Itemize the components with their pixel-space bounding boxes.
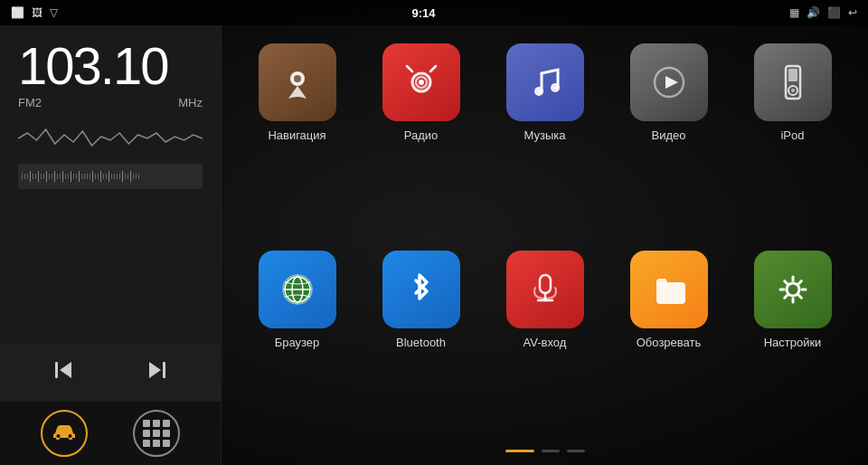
svg-marker-14: [665, 76, 678, 89]
app-radio[interactable]: Радио: [363, 43, 478, 236]
radio-icon: [382, 43, 460, 121]
right-panel: Навигация Радио: [222, 25, 868, 465]
settings-label: Настройки: [764, 336, 822, 349]
nav-icon-status: ▽: [50, 6, 58, 19]
app-video[interactable]: Видео: [611, 43, 726, 236]
svg-marker-3: [149, 362, 161, 378]
radio-seek-bar[interactable]: [18, 164, 203, 189]
page-dot-1[interactable]: [505, 450, 534, 452]
ipod-label: iPod: [780, 128, 804, 142]
time-display: 9:14: [411, 6, 435, 20]
svg-rect-28: [540, 275, 551, 293]
status-bar: ⬜ 🖼 ▽ 9:14 ▦ 🔊 ⬛ ↩: [0, 0, 868, 25]
bluetooth-icon: [382, 251, 460, 328]
svg-point-4: [57, 434, 61, 438]
svg-rect-2: [163, 362, 165, 378]
svg-point-18: [791, 89, 795, 92]
signal-icon: ▦: [789, 6, 799, 19]
radio-frequency: 103.10: [18, 40, 203, 92]
radio-display: 103.10 FM2 MHz: [0, 25, 221, 343]
radio-label: Радио: [404, 128, 439, 142]
app-av[interactable]: AV-вход: [487, 251, 602, 443]
browser-label: Браузер: [275, 336, 320, 349]
bluetooth-label: Bluetooth: [396, 336, 446, 349]
settings-icon: [754, 251, 832, 328]
app-explorer[interactable]: Обозревать: [611, 251, 726, 443]
back-icon: ↩: [848, 6, 857, 19]
music-label: Музыка: [524, 128, 566, 142]
app-browser[interactable]: Браузер: [240, 251, 354, 443]
apps-grid: Навигация Радио: [240, 43, 850, 442]
svg-point-11: [534, 87, 543, 96]
status-center: 9:14: [411, 6, 435, 20]
radio-info: FM2 MHz: [18, 96, 203, 109]
video-label: Видео: [652, 128, 686, 142]
av-label: AV-вход: [524, 336, 567, 349]
window-icon: ⬜: [11, 6, 24, 19]
page-indicator: [240, 442, 850, 456]
app-navigation[interactable]: Навигация: [240, 43, 354, 236]
radio-unit: MHz: [178, 96, 203, 109]
browser-icon: [259, 251, 336, 328]
ipod-icon: [754, 43, 832, 121]
status-right-icons: ▦ 🔊 ⬛ ↩: [789, 6, 857, 19]
radio-waveform: [18, 120, 203, 157]
left-panel: 103.10 FM2 MHz: [0, 25, 222, 465]
image-icon: 🖼: [32, 6, 42, 19]
main-content: 103.10 FM2 MHz: [0, 25, 868, 465]
app-bluetooth[interactable]: Bluetooth: [363, 251, 478, 443]
music-icon: [506, 43, 584, 121]
app-settings[interactable]: Настройки: [735, 251, 850, 443]
prev-button[interactable]: [44, 350, 84, 394]
svg-rect-0: [55, 362, 58, 378]
radio-controls: [0, 343, 221, 402]
next-button[interactable]: [137, 350, 176, 394]
bottom-buttons: [0, 402, 221, 465]
explorer-label: Обозревать: [637, 336, 702, 349]
svg-point-5: [69, 434, 72, 438]
radio-band: FM2: [18, 96, 42, 109]
app-music[interactable]: Музыка: [487, 43, 602, 236]
apps-grid-icon: [143, 420, 170, 447]
page-dot-3[interactable]: [567, 450, 585, 452]
svg-point-31: [787, 283, 799, 296]
app-ipod[interactable]: iPod: [735, 43, 850, 236]
video-icon: [630, 43, 708, 121]
nav-label: Навигация: [268, 128, 326, 142]
av-icon: [506, 251, 584, 328]
svg-point-10: [419, 80, 424, 85]
svg-point-12: [551, 83, 560, 92]
apps-button[interactable]: [133, 410, 180, 457]
car-button[interactable]: [41, 410, 88, 457]
svg-point-7: [294, 75, 301, 82]
status-left-icons: ⬜ 🖼 ▽: [11, 6, 58, 19]
car-icon: [51, 421, 78, 446]
svg-marker-1: [60, 362, 71, 378]
page-dot-2[interactable]: [542, 450, 560, 452]
svg-rect-16: [788, 69, 797, 81]
nav-icon: [259, 43, 336, 121]
screenshot-icon: ⬛: [827, 6, 841, 19]
explorer-icon: [630, 251, 708, 328]
volume-icon: 🔊: [807, 6, 820, 19]
